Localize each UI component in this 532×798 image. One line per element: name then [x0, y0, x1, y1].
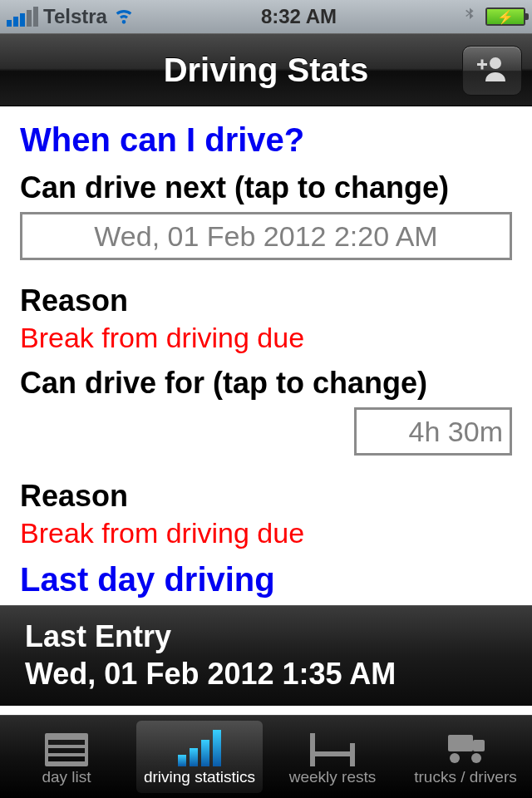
carrier-label: Telstra — [43, 5, 107, 28]
bed-icon — [308, 728, 357, 766]
reason-value-1: Break from driving due — [0, 322, 532, 361]
can-drive-next-field[interactable]: Wed, 01 Feb 2012 2:20 AM — [20, 212, 512, 260]
tab-driving-statistics[interactable]: driving statistics — [136, 721, 263, 793]
tab-weekly-rests[interactable]: weekly rests — [269, 721, 396, 793]
tab-label: driving statistics — [144, 768, 255, 786]
bluetooth-icon — [462, 2, 477, 31]
tab-day-list[interactable]: day list — [3, 721, 130, 793]
tab-label: weekly rests — [289, 768, 377, 786]
tab-label: trucks / drivers — [414, 768, 517, 786]
svg-rect-4 — [473, 740, 485, 751]
status-left: Telstra — [7, 2, 135, 31]
signal-strength-icon — [7, 7, 38, 27]
add-person-icon — [475, 55, 509, 86]
navigation-bar: Driving Stats — [0, 33, 532, 106]
status-bar: Telstra 8:32 AM ⚡ — [0, 0, 532, 33]
day-list-icon — [42, 728, 91, 766]
battery-icon: ⚡ — [485, 7, 525, 26]
svg-rect-2 — [481, 60, 484, 70]
section-when-can-i-drive: When can I drive? — [0, 106, 532, 165]
tab-trucks-drivers[interactable]: trucks / drivers — [402, 721, 529, 793]
svg-rect-3 — [448, 735, 473, 751]
status-time: 8:32 AM — [261, 5, 337, 28]
add-user-button[interactable] — [462, 46, 522, 96]
can-drive-next-value: Wed, 01 Feb 2012 2:20 AM — [94, 220, 437, 253]
tab-label: day list — [42, 768, 91, 786]
bar-chart-icon — [175, 728, 224, 766]
tab-bar: day list driving statistics weekly rests… — [0, 715, 532, 798]
reason-label-2: Reason — [0, 474, 532, 517]
svg-point-0 — [490, 57, 501, 69]
status-right: ⚡ — [462, 2, 525, 31]
reason-label-1: Reason — [0, 278, 532, 322]
svg-point-5 — [450, 753, 460, 763]
last-entry-row[interactable]: Last Entry Wed, 01 Feb 2012 1:35 AM — [0, 605, 532, 706]
section-last-day-driving: Last day driving — [0, 556, 532, 605]
can-drive-next-label: Can drive next (tap to change) — [0, 165, 532, 209]
content-area: When can I drive? Can drive next (tap to… — [0, 106, 532, 715]
truck-icon — [441, 728, 490, 766]
charging-bolt-icon: ⚡ — [497, 9, 514, 25]
can-drive-for-field[interactable]: 4h 30m — [354, 407, 512, 456]
page-title: Driving Stats — [164, 52, 369, 89]
svg-point-6 — [471, 753, 481, 763]
wifi-icon — [112, 2, 135, 31]
can-drive-for-label: Can drive for (tap to change) — [0, 361, 532, 404]
reason-value-2: Break from driving due — [0, 517, 532, 556]
last-entry-value: Wed, 01 Feb 2012 1:35 AM — [25, 655, 507, 692]
can-drive-for-value: 4h 30m — [409, 416, 503, 448]
last-entry-label: Last Entry — [25, 618, 507, 655]
